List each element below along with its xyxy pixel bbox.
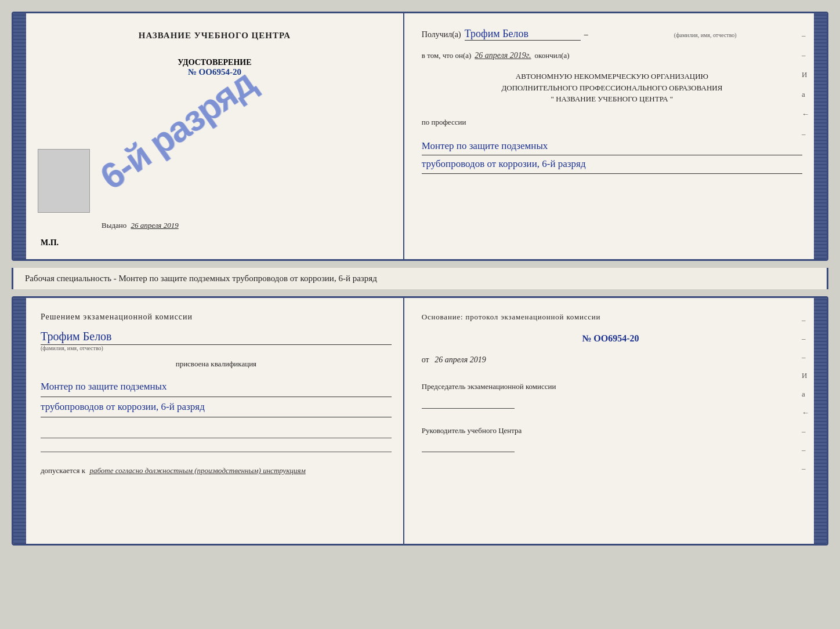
org-line1: АВТОНОМНУЮ НЕКОММЕРЧЕСКУЮ ОРГАНИЗАЦИЮ bbox=[422, 71, 802, 82]
poluchil-label: Получил(a) bbox=[422, 30, 461, 39]
org-line2: ДОПОЛНИТЕЛЬНОГО ПРОФЕССИОНАЛЬНОГО ОБРАЗО… bbox=[422, 82, 802, 94]
bottom-name-sublabel: (фамилия, имя, отчество) bbox=[41, 345, 392, 351]
po-professii-label: по профессии bbox=[422, 118, 802, 127]
stamp-text: 6-й разряд bbox=[92, 61, 262, 197]
organization-block: АВТОНОМНУЮ НЕКОММЕРЧЕСКУЮ ОРГАНИЗАЦИЮ ДО… bbox=[422, 71, 802, 105]
cert-bottom-left: Решением экзаменационной комиссии Трофим… bbox=[26, 298, 404, 544]
predsedatel-signature-line bbox=[422, 397, 515, 409]
okochil-label: окончил(a) bbox=[535, 51, 570, 60]
bottom-right-dashes: – – – И а ← – – – bbox=[802, 315, 809, 473]
rukovoditel-block: Руководитель учебного Центра bbox=[422, 425, 799, 453]
page-wrapper: НАЗВАНИЕ УЧЕБНОГО ЦЕНТРА УДОСТОВЕРЕНИЕ №… bbox=[12, 12, 828, 546]
certificate-bottom: Решением экзаменационной комиссии Трофим… bbox=[12, 296, 828, 546]
ot-line: от 26 апреля 2019 bbox=[422, 355, 799, 365]
rukovoditel-signature-line bbox=[422, 441, 515, 452]
photo-placeholder bbox=[38, 149, 90, 213]
vydano-block: Выдано 26 апреля 2019 bbox=[102, 221, 179, 230]
protocol-date: 26 апреля 2019 bbox=[435, 355, 486, 364]
bottom-name: Трофим Белов bbox=[41, 330, 392, 345]
qual-line2: трубопроводов от коррозии, 6-й разряд bbox=[41, 397, 392, 417]
ot-label: от bbox=[422, 355, 429, 364]
completion-date: 26 апреля 2019г. bbox=[475, 51, 531, 60]
osnovaniye-block: Основание: протокол экзаменационной коми… bbox=[422, 312, 799, 322]
name-block: Трофим Белов (фамилия, имя, отчество) bbox=[41, 330, 392, 351]
underline1 bbox=[41, 428, 392, 438]
cert-number: № OO6954-20 bbox=[178, 67, 251, 77]
right-dashes: – – И а ← – bbox=[802, 31, 809, 139]
cert-right: Получил(a) Трофим Белов – (фамилия, имя,… bbox=[404, 13, 814, 259]
underline2 bbox=[41, 442, 392, 452]
dopuskaetsya-block: допускается к работе согласно должностны… bbox=[41, 466, 392, 475]
rukovoditel-label: Руководитель учебного Центра bbox=[422, 425, 799, 437]
vtom-label: в том, что он(a) bbox=[422, 51, 472, 60]
udostoverenie-label: УДОСТОВЕРЕНИЕ bbox=[178, 58, 251, 67]
prisvoyena-text: присвоена квалификация bbox=[41, 359, 392, 369]
name-sublabel: (фамилия, имя, отчество) bbox=[647, 32, 763, 38]
cert-bottom-right: Основание: протокол экзаменационной коми… bbox=[404, 298, 814, 544]
org-line3: " НАЗВАНИЕ УЧЕБНОГО ЦЕНТРА " bbox=[422, 93, 802, 105]
qualification-block: Монтер по защите подземных трубопроводов… bbox=[41, 377, 392, 417]
cert-title: НАЗВАНИЕ УЧЕБНОГО ЦЕНТРА bbox=[139, 31, 291, 41]
qual-line1: Монтер по защите подземных bbox=[41, 377, 392, 397]
dopuskaetsya-label: допускается к bbox=[41, 466, 85, 475]
lines-block bbox=[41, 428, 392, 452]
protocol-number: № OO6954-20 bbox=[422, 333, 799, 344]
profession-line1: Монтер по защите подземных bbox=[422, 137, 802, 156]
profession-line2: трубопроводов от коррозии, 6-й разряд bbox=[422, 155, 802, 174]
cert-left: НАЗВАНИЕ УЧЕБНОГО ЦЕНТРА УДОСТОВЕРЕНИЕ №… bbox=[26, 13, 404, 259]
poluchil-row: Получил(a) Трофим Белов – (фамилия, имя,… bbox=[422, 28, 802, 41]
profession-block: Монтер по защите подземных трубопроводов… bbox=[422, 137, 802, 174]
work-text: работе согласно должностным (производств… bbox=[89, 466, 305, 475]
resheniyem-text: Решением экзаменационной комиссии bbox=[41, 312, 392, 322]
right-texture-bottom bbox=[814, 298, 827, 544]
predsedatel-block: Председатель экзаменационной комиссии bbox=[422, 381, 799, 409]
mp-label: М.П. bbox=[41, 238, 59, 248]
dash-after-name: – bbox=[584, 30, 588, 39]
left-texture bbox=[13, 13, 26, 259]
middle-text: Рабочая специальность - Монтер по защите… bbox=[12, 268, 828, 289]
udostoverenie-block: УДОСТОВЕРЕНИЕ № OO6954-20 bbox=[178, 58, 251, 77]
predsedatel-label: Председатель экзаменационной комиссии bbox=[422, 381, 799, 392]
vydano-date: 26 апреля 2019 bbox=[131, 221, 179, 230]
vydano-label: Выдано bbox=[102, 221, 126, 230]
left-texture-bottom bbox=[13, 298, 26, 544]
certificate-top: НАЗВАНИЕ УЧЕБНОГО ЦЕНТРА УДОСТОВЕРЕНИЕ №… bbox=[12, 12, 828, 261]
right-texture-top bbox=[814, 13, 827, 259]
recipient-name: Трофим Белов bbox=[465, 28, 581, 41]
vtom-row: в том, что он(a) 26 апреля 2019г. окончи… bbox=[422, 51, 802, 60]
